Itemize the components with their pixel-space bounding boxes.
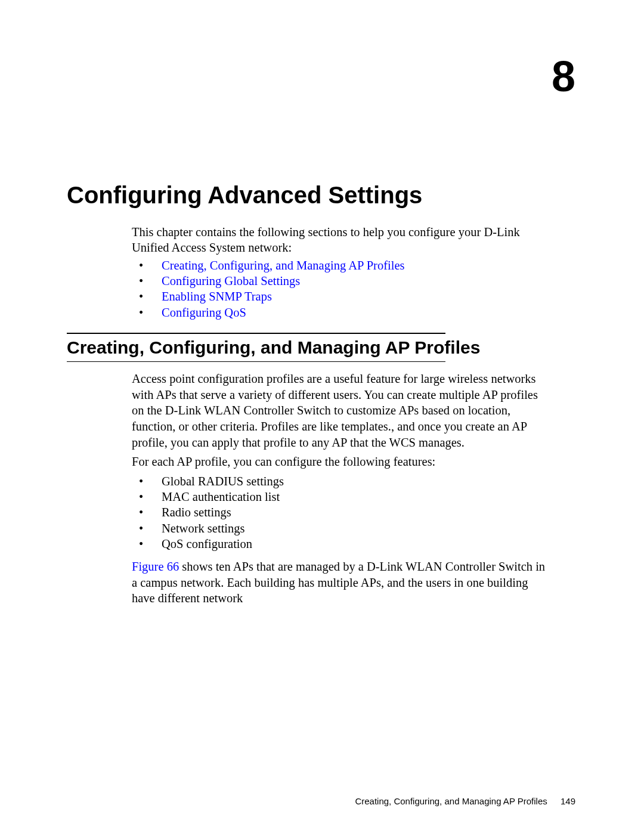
bullet-icon: • [132,521,162,536]
feature-text: QoS configuration [162,536,252,552]
figure-link[interactable]: Figure 66 [132,560,179,573]
list-item: • Radio settings [132,504,549,520]
section-heading: Creating, Configuring, and Managing AP P… [67,337,480,358]
feature-list: • Global RADIUS settings • MAC authentic… [132,473,549,552]
feature-text: Radio settings [162,504,231,520]
list-item: • Network settings [132,521,549,536]
bullet-icon: • [132,473,162,489]
bullet-icon: • [132,258,162,273]
list-item: • Configuring Global Settings [132,273,549,289]
list-item: • QoS configuration [132,536,549,552]
bullet-icon: • [132,536,162,552]
section-rule-top [67,333,445,334]
bullet-icon: • [132,489,162,504]
section-paragraph-2: For each AP profile, you can configure t… [132,454,549,470]
page: 8 Configuring Advanced Settings This cha… [0,0,644,833]
toc-link-ap-profiles[interactable]: Creating, Configuring, and Managing AP P… [162,258,405,273]
list-item: • Global RADIUS settings [132,473,549,489]
chapter-title: Configuring Advanced Settings [67,182,422,209]
bullet-icon: • [132,305,162,320]
section-paragraph-1: Access point configuration profiles are … [132,371,550,450]
chapter-number: 8 [552,55,575,98]
list-item: • Creating, Configuring, and Managing AP… [132,258,549,273]
bullet-icon: • [132,289,162,304]
page-footer: Creating, Configuring, and Managing AP P… [355,796,575,806]
list-item: • MAC authentication list [132,489,549,504]
feature-text: MAC authentication list [162,489,280,504]
bullet-icon: • [132,273,162,289]
toc-link-snmp-traps[interactable]: Enabling SNMP Traps [162,289,272,304]
toc-link-global-settings[interactable]: Configuring Global Settings [162,273,300,289]
page-number: 149 [561,796,575,806]
feature-text: Network settings [162,521,245,536]
toc-link-list: • Creating, Configuring, and Managing AP… [132,258,549,320]
list-item: • Enabling SNMP Traps [132,289,549,304]
bullet-icon: • [132,504,162,520]
intro-paragraph: This chapter contains the following sect… [132,224,549,255]
section-rule-bottom [67,361,445,362]
list-item: • Configuring QoS [132,305,549,320]
paragraph-tail: shows ten APs that are managed by a D-Li… [132,560,545,605]
toc-link-qos[interactable]: Configuring QoS [162,305,246,320]
section-paragraph-3: Figure 66 shows ten APs that are managed… [132,559,553,606]
feature-text: Global RADIUS settings [162,473,284,489]
footer-section-name: Creating, Configuring, and Managing AP P… [355,796,547,806]
